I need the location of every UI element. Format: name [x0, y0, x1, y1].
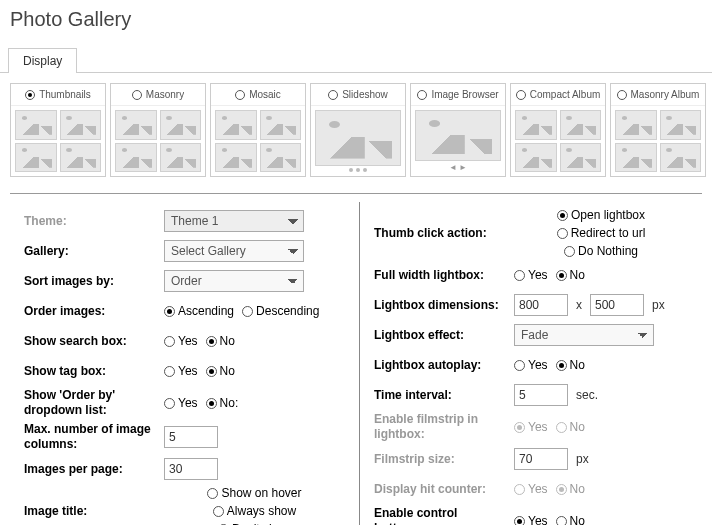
order-label: Order images:	[24, 304, 164, 319]
settings-right-column: Thumb click action: Open lightbox Redire…	[360, 202, 702, 525]
view-type-card[interactable]: Masonry	[110, 83, 206, 177]
view-type-radio[interactable]	[235, 90, 245, 100]
interval-label: Time interval:	[374, 388, 514, 403]
view-types-row: ThumbnailsMasonryMosaicSlideshowImage Br…	[0, 73, 712, 187]
filmstrip-label: Enable filmstrip in lightbox:	[374, 412, 514, 442]
hitcounter-label: Display hit counter:	[374, 482, 514, 497]
maxcols-input[interactable]	[164, 426, 218, 448]
view-type-card[interactable]: Compact Album	[510, 83, 606, 177]
view-type-preview	[611, 106, 705, 176]
view-type-radio[interactable]	[417, 90, 427, 100]
view-type-preview	[511, 106, 605, 176]
fullwidth-label: Full width lightbox:	[374, 268, 514, 283]
ctrlbtn-label: Enable control buttons:	[374, 506, 514, 525]
orderby-label: Show 'Order by' dropdown list:	[24, 388, 164, 418]
sort-label: Sort images by:	[24, 274, 164, 289]
imgtitle-always-radio[interactable]: Always show	[213, 504, 296, 518]
view-type-card[interactable]: Slideshow	[310, 83, 406, 177]
fullwidth-yes-radio[interactable]: Yes	[514, 268, 548, 282]
click-action-label: Thumb click action:	[374, 226, 514, 241]
ctrlbtn-no-radio[interactable]: No	[556, 514, 585, 525]
page-title: Photo Gallery	[0, 0, 712, 41]
view-type-preview	[211, 106, 305, 176]
view-type-radio[interactable]	[25, 90, 35, 100]
filmsize-label: Filmstrip size:	[374, 452, 514, 467]
view-type-label: Masonry Album	[631, 89, 700, 100]
perpage-label: Images per page:	[24, 462, 164, 477]
perpage-input[interactable]	[164, 458, 218, 480]
search-no-radio[interactable]: No	[206, 334, 235, 348]
effect-select[interactable]: Fade	[514, 324, 654, 346]
fullwidth-no-radio[interactable]: No	[556, 268, 585, 282]
lb-h-input[interactable]	[590, 294, 644, 316]
click-redirect-radio[interactable]: Redirect to url	[557, 226, 646, 240]
interval-input[interactable]	[514, 384, 568, 406]
imgtitle-label: Image title:	[24, 504, 164, 519]
view-type-preview	[311, 106, 405, 176]
view-type-label: Image Browser	[431, 89, 498, 100]
view-type-radio[interactable]	[328, 90, 338, 100]
gallery-select[interactable]: Select Gallery	[164, 240, 304, 262]
order-asc-radio[interactable]: Ascending	[164, 304, 234, 318]
tag-yes-radio[interactable]: Yes	[164, 364, 198, 378]
view-type-card[interactable]: Mosaic	[210, 83, 306, 177]
maxcols-label: Max. number of image columns:	[24, 422, 164, 452]
tag-no-radio[interactable]: No	[206, 364, 235, 378]
autoplay-label: Lightbox autoplay:	[374, 358, 514, 373]
view-type-radio[interactable]	[516, 90, 526, 100]
view-type-label: Masonry	[146, 89, 184, 100]
theme-select[interactable]: Theme 1	[164, 210, 304, 232]
autoplay-no-radio[interactable]: No	[556, 358, 585, 372]
view-type-card[interactable]: Masonry Album	[610, 83, 706, 177]
ctrlbtn-yes-radio[interactable]: Yes	[514, 514, 548, 525]
view-type-preview	[11, 106, 105, 176]
view-type-radio[interactable]	[132, 90, 142, 100]
tag-label: Show tag box:	[24, 364, 164, 379]
view-type-preview	[111, 106, 205, 176]
effect-label: Lightbox effect:	[374, 328, 514, 343]
orderby-yes-radio[interactable]: Yes	[164, 396, 198, 410]
filmsize-input[interactable]	[514, 448, 568, 470]
lb-w-input[interactable]	[514, 294, 568, 316]
hit-no-radio[interactable]: No	[556, 482, 585, 496]
filmstrip-no-radio[interactable]: No	[556, 420, 585, 434]
search-yes-radio[interactable]: Yes	[164, 334, 198, 348]
tab-display[interactable]: Display	[8, 48, 77, 73]
view-type-preview: ◄ ►	[411, 106, 505, 176]
sort-select[interactable]: Order	[164, 270, 304, 292]
lbdim-label: Lightbox dimensions:	[374, 298, 514, 313]
view-type-label: Mosaic	[249, 89, 281, 100]
order-desc-radio[interactable]: Descending	[242, 304, 319, 318]
view-type-card[interactable]: Image Browser◄ ►	[410, 83, 506, 177]
view-type-label: Thumbnails	[39, 89, 91, 100]
view-type-label: Slideshow	[342, 89, 388, 100]
view-type-radio[interactable]	[617, 90, 627, 100]
gallery-label: Gallery:	[24, 244, 164, 259]
imgtitle-hover-radio[interactable]: Show on hover	[207, 486, 301, 500]
tab-bar: Display	[0, 47, 712, 73]
click-nothing-radio[interactable]: Do Nothing	[564, 244, 638, 258]
search-label: Show search box:	[24, 334, 164, 349]
autoplay-yes-radio[interactable]: Yes	[514, 358, 548, 372]
divider	[10, 193, 702, 194]
filmstrip-yes-radio[interactable]: Yes	[514, 420, 548, 434]
view-type-card[interactable]: Thumbnails	[10, 83, 106, 177]
orderby-no-radio[interactable]: No:	[206, 396, 239, 410]
click-open-radio[interactable]: Open lightbox	[557, 208, 645, 222]
view-type-label: Compact Album	[530, 89, 601, 100]
settings-left-column: Theme: Theme 1 Gallery: Select Gallery S…	[10, 202, 360, 525]
hit-yes-radio[interactable]: Yes	[514, 482, 548, 496]
theme-label: Theme:	[24, 214, 164, 229]
